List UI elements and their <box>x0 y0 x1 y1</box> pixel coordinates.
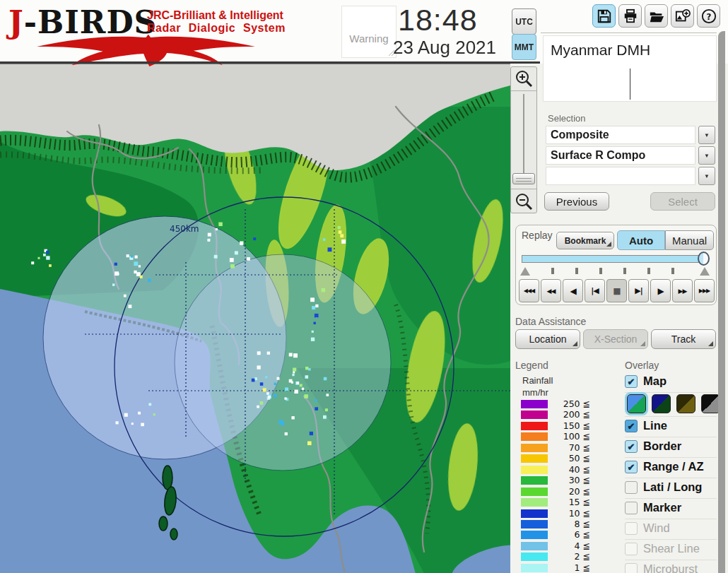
add-image-button[interactable] <box>671 4 694 28</box>
legend-row: 70 ≦ <box>521 444 592 453</box>
rain-echo-pixel <box>257 406 259 408</box>
legend-value-label: 70 ≦ <box>549 442 590 453</box>
slider-start-marker-icon <box>520 267 530 276</box>
combo-product-dropdown-button[interactable]: ▼ <box>698 126 715 144</box>
popup-corner-icon <box>708 341 713 346</box>
app-logo: J-BIRDS JRC-Brilliant & Intelligent Rada… <box>7 3 325 62</box>
combo-element-value[interactable]: Surface R Compo <box>546 146 695 165</box>
rain-echo-pixel <box>304 394 308 398</box>
rain-echo-pixel <box>260 382 264 386</box>
map-style-blue-green-selected[interactable] <box>627 394 646 413</box>
overlay-label: Range / AZ <box>643 460 704 473</box>
checked-checkbox[interactable]: ✔ <box>625 440 638 453</box>
rain-echo-pixel <box>124 295 127 297</box>
rain-echo-pixel <box>135 256 138 259</box>
play-button[interactable]: ▶ <box>650 279 671 302</box>
select-button[interactable]: Select <box>650 192 715 211</box>
fast-forward-button[interactable]: ▶▶ <box>672 279 693 302</box>
rain-echo-pixel <box>340 234 344 237</box>
zoom-out-button[interactable] <box>511 190 536 213</box>
rain-echo-pixel <box>323 238 326 241</box>
bookmark-button[interactable]: Bookmark <box>556 232 614 249</box>
rain-echo-pixel <box>208 239 211 242</box>
rain-echo-pixel <box>328 247 332 252</box>
help-button[interactable]: ? <box>697 4 720 28</box>
unchecked-checkbox[interactable] <box>625 481 638 494</box>
radar-map-viewport[interactable]: 450km <box>0 64 510 573</box>
legend-color-swatch <box>521 432 548 441</box>
map-style-dark-olive[interactable] <box>676 394 695 413</box>
overlay-label: Line <box>643 419 667 432</box>
zoom-slider-handle[interactable] <box>512 173 535 184</box>
legend-row: 100 ≦ <box>521 432 592 442</box>
rain-echo-pixel <box>117 273 119 275</box>
zoom-in-button[interactable] <box>511 67 536 90</box>
popup-corner-icon <box>573 341 577 346</box>
replay-panel: Replay Bookmark Auto Manual ◀◀◀◀◀◀|◀■▶|▶… <box>515 225 717 305</box>
x-section-button[interactable]: X-Section <box>583 329 648 349</box>
jump-end-button[interactable]: ▶▶▶ <box>694 279 715 302</box>
overlay-label: Border <box>643 439 681 453</box>
app-tagline: JRC-Brilliant & Intelligent Radar Dialog… <box>147 9 286 35</box>
legend-color-swatch <box>521 422 548 430</box>
rain-echo-pixel <box>49 264 52 267</box>
auto-mode-button[interactable]: Auto <box>617 230 665 250</box>
unchecked-checkbox[interactable] <box>625 502 638 514</box>
legend-row: 150 ≦ <box>521 422 592 431</box>
replay-slider-handle[interactable] <box>698 252 710 266</box>
data-assistance-label: Data Assistance <box>515 316 586 327</box>
rain-echo-pixel <box>263 388 266 391</box>
legend-row: 200 ≦ <box>521 410 592 420</box>
legend-color-swatch <box>521 488 548 496</box>
combo-extra-value[interactable] <box>546 167 695 185</box>
rain-echo-pixel <box>327 394 329 396</box>
rewind-button[interactable]: ◀ <box>563 279 583 302</box>
app-window: 450km J-BIRDS JRC- <box>0 0 728 573</box>
zoom-slider-track[interactable] <box>523 94 524 177</box>
combo-element-dropdown-button[interactable]: ▼ <box>698 146 715 165</box>
stop-button[interactable]: ■ <box>606 279 627 302</box>
track-button[interactable]: Track <box>651 329 716 349</box>
open-folder-button[interactable] <box>645 4 668 28</box>
timezone-utc-button[interactable]: UTC <box>512 8 536 35</box>
rain-echo-pixel <box>240 242 243 245</box>
location-button[interactable]: Location <box>515 329 580 349</box>
rain-echo-pixel <box>115 263 117 266</box>
combo-extra-dropdown-button[interactable]: ▼ <box>698 167 715 185</box>
legend-color-swatch <box>521 498 548 507</box>
checked-checkbox[interactable]: ✔ <box>625 461 638 473</box>
step-back-button[interactable]: |◀ <box>585 279 605 302</box>
rain-echo-pixel <box>216 228 218 230</box>
replay-slider-track[interactable] <box>522 255 707 263</box>
rain-echo-pixel <box>289 379 293 383</box>
rain-echo-pixel <box>307 442 312 446</box>
panel-collapse-strip[interactable] <box>718 31 725 573</box>
map-style-navy-green[interactable] <box>652 394 671 413</box>
checked-checkbox[interactable]: ✔ <box>625 375 638 388</box>
rain-echo-pixel <box>296 382 299 384</box>
combo-product-value[interactable]: Composite <box>546 126 695 144</box>
print-button[interactable] <box>618 4 642 28</box>
map-style-black-gray[interactable] <box>701 394 720 413</box>
step-forward-button[interactable]: ▶| <box>628 279 649 302</box>
rain-echo-pixel <box>247 257 250 261</box>
save-button[interactable] <box>592 4 616 28</box>
replay-label: Replay <box>522 230 553 241</box>
overlay-item-marker: Marker <box>625 500 717 519</box>
overlay-item-lati-long: Lati / Long <box>625 479 717 499</box>
timezone-mmt-button[interactable]: MMT <box>512 34 536 60</box>
rain-echo-pixel <box>257 365 261 369</box>
manual-mode-button[interactable]: Manual <box>665 230 714 250</box>
previous-button[interactable]: Previous <box>544 192 609 211</box>
rain-echo-pixel <box>302 388 304 390</box>
legend-row: 15 ≦ <box>521 498 592 507</box>
rain-echo-pixel <box>294 390 298 394</box>
legend-section-label: Legend <box>515 360 548 371</box>
checked-checkbox[interactable]: ✔ <box>625 420 638 432</box>
warning-panel[interactable]: Warning <box>341 6 397 58</box>
rain-echo-pixel <box>323 415 327 419</box>
slider-tick <box>575 268 578 274</box>
legend-value-label: 15 ≦ <box>549 497 590 507</box>
jump-start-button[interactable]: ◀◀◀ <box>519 279 539 302</box>
fast-rewind-button[interactable]: ◀◀ <box>541 279 561 302</box>
